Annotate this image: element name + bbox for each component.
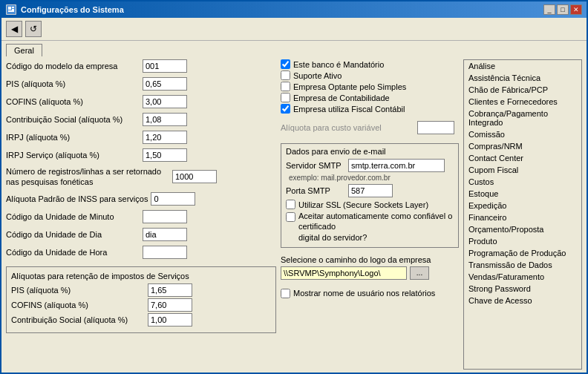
retencao-pis-input[interactable] [148, 283, 192, 297]
nav-item-cupom[interactable]: Cupom Fiscal [464, 164, 581, 176]
porta-input[interactable] [348, 184, 393, 197]
nav-transmissao-label: Transmissão de Dados [468, 260, 552, 269]
nav-clientes-label: Clientes e Fornecedores [468, 97, 558, 106]
cb-cert[interactable] [286, 212, 295, 222]
nav-item-custos[interactable]: Custos [464, 176, 581, 188]
input-dia[interactable] [143, 228, 187, 241]
cb-fiscal[interactable] [281, 104, 290, 114]
retencao-title: Alíquotas para retenção de impostos de S… [11, 272, 271, 280]
close-button[interactable]: ✕ [570, 4, 582, 15]
checkboxes-group: Este banco é Mandatório Suporte Ativo Em… [281, 59, 459, 115]
retencao-cofins-label: COFINS (alíquota %) [11, 301, 145, 309]
label-pis: PIS (alíquota %) [6, 79, 140, 88]
cb-ssl[interactable] [286, 200, 295, 209]
label-irpj: IRPJ (alíquota %) [6, 133, 140, 142]
form-row-irpj: IRPJ (alíquota %) [6, 131, 276, 144]
svg-rect-3 [12, 9, 14, 10]
aliquota-custo-label: Alíquota para custo variável [281, 123, 414, 132]
nav-cobranca-label: Cobrança/Pagamento Integrado [468, 109, 548, 127]
input-cofins[interactable] [143, 95, 187, 108]
input-hora[interactable] [143, 246, 187, 259]
nav-item-compras[interactable]: Compras/NRM [464, 140, 581, 152]
logo-path-input[interactable] [281, 266, 407, 280]
input-registros[interactable] [172, 170, 217, 183]
nav-item-produto[interactable]: Produto [464, 235, 581, 247]
cb-fiscal-label: Empresa utiliza Fiscal Contábil [293, 105, 405, 114]
nav-item-cobranca[interactable]: Cobrança/Pagamento Integrado [464, 108, 581, 128]
label-inss: Alíquota Padrão de INSS para serviços [6, 194, 148, 203]
cb-contabilidade[interactable] [281, 93, 290, 102]
input-pis[interactable] [143, 77, 187, 91]
smtp-input[interactable] [348, 159, 445, 172]
tab-geral-label: Geral [14, 46, 34, 55]
label-codigo: Código do modelo da empresa [6, 62, 140, 70]
nav-item-programacao[interactable]: Programação de Produção [464, 247, 581, 259]
nav-item-estoque[interactable]: Estoque [464, 188, 581, 200]
nav-item-orcamento[interactable]: Orçamento/Proposta [464, 223, 581, 235]
cb-suporte-label: Suporte Ativo [293, 71, 342, 80]
nav-strong-password-label: Strong Password [468, 284, 531, 293]
nav-item-contact-center[interactable]: Contact Center [464, 152, 581, 164]
cb-mandatorio[interactable] [281, 59, 290, 69]
nav-orcamento-label: Orçamento/Proposta [468, 225, 544, 234]
toolbar: ◀ ↺ [1, 18, 587, 41]
nav-item-chave-acesso[interactable]: Chave de Acesso [464, 295, 581, 306]
nav-financeiro-label: Financeiro [468, 213, 506, 222]
input-inss[interactable] [151, 192, 195, 206]
maximize-button[interactable]: □ [557, 4, 569, 15]
form-row-irpj-servico: IRPJ Serviço (alíquota %) [6, 148, 276, 162]
logo-path-row: ... [281, 266, 459, 280]
undo-button[interactable]: ↺ [25, 21, 42, 37]
middle-panel: Este banco é Mandatório Suporte Ativo Em… [281, 59, 459, 370]
logo-title: Selecione o caminho do logo da empresa [281, 255, 459, 264]
cb-contabilidade-label: Empresa de Contabilidade [293, 94, 390, 102]
nav-item-transmissao[interactable]: Transmissão de Dados [464, 259, 581, 271]
nav-item-expedicao[interactable]: Expedição [464, 200, 581, 211]
minimize-button[interactable]: _ [543, 4, 555, 15]
retencao-cofins-row: COFINS (alíquota %) [11, 298, 271, 312]
form-row-cofins: COFINS (alíquota %) [6, 95, 276, 108]
retencao-contrib-input[interactable] [148, 313, 192, 327]
label-registros: Número de registros/linhas a ser retorna… [6, 166, 169, 188]
input-irpj[interactable] [143, 131, 187, 144]
browse-button[interactable]: ... [410, 266, 429, 280]
cb-contabilidade-row: Empresa de Contabilidade [281, 93, 459, 102]
nav-item-comissao[interactable]: Comissão [464, 128, 581, 140]
nav-cupom-label: Cupom Fiscal [468, 165, 518, 174]
tab-geral[interactable]: Geral [6, 44, 42, 56]
nav-item-strong-password[interactable]: Strong Password [464, 283, 581, 295]
label-irpj-servico: IRPJ Serviço (alíquota %) [6, 151, 140, 160]
input-minuto[interactable] [143, 210, 187, 223]
retencao-contrib-row: Contribuição Social (alíquota %) [11, 313, 271, 327]
nav-chave-acesso-label: Chave de Acesso [468, 296, 532, 305]
main-window: Configurações do Sistema _ □ ✕ ◀ ↺ Geral… [0, 0, 588, 374]
browse-icon: ... [416, 269, 422, 277]
nav-item-clientes[interactable]: Clientes e Fornecedores [464, 96, 581, 108]
nav-item-financeiro[interactable]: Financeiro [464, 211, 581, 223]
form-row-minuto: Código da Unidade de Minuto [6, 210, 276, 223]
input-irpj-servico[interactable] [143, 148, 187, 162]
title-bar: Configurações do Sistema _ □ ✕ [1, 1, 587, 18]
input-codigo[interactable] [143, 59, 187, 73]
cert-row: Aceitar automaticamente como confiável o… [286, 211, 454, 243]
cb-mostrar[interactable] [281, 289, 290, 298]
ssl-label: Utilizar SSL (Secure Sockets Layer) [298, 200, 428, 209]
label-dia: Código da Unidade de Dia [6, 230, 140, 239]
retencao-cofins-input[interactable] [148, 298, 192, 312]
cb-suporte[interactable] [281, 70, 290, 80]
nav-item-vendas[interactable]: Vendas/Faturamento [464, 271, 581, 283]
input-contrib[interactable] [143, 113, 187, 126]
cb-simples[interactable] [281, 82, 290, 91]
nav-item-assistencia[interactable]: Assistência Técnica [464, 72, 581, 84]
cb-suporte-row: Suporte Ativo [281, 70, 459, 80]
nav-item-chao[interactable]: Chão de Fábrica/PCP [464, 84, 581, 96]
undo-icon: ↺ [30, 24, 37, 34]
cb-simples-row: Empresa Optante pelo Simples [281, 82, 459, 91]
email-section-title: Dados para envio de e-mail [286, 147, 454, 156]
label-cofins: COFINS (alíquota %) [6, 97, 140, 106]
nav-item-analise[interactable]: Análise [464, 60, 581, 72]
retencao-contrib-label: Contribuição Social (alíquota %) [11, 315, 145, 324]
back-button[interactable]: ◀ [6, 21, 22, 37]
window-title: Configurações do Sistema [21, 5, 124, 14]
aliquota-custo-input[interactable] [417, 121, 454, 134]
